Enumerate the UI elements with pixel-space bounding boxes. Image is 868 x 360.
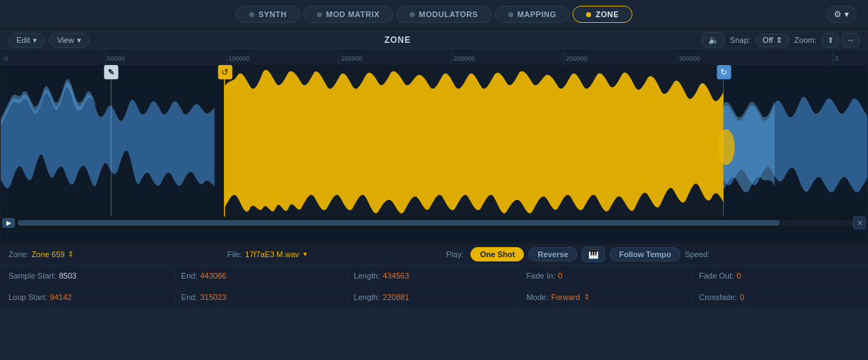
scrollbar-track[interactable]: [18, 220, 864, 226]
svg-text:✎: ✎: [108, 68, 114, 76]
ruler-mark-150k: 150000: [338, 52, 362, 65]
ruler-mark-200k: 200000: [451, 52, 475, 65]
tab-modulators[interactable]: MODULATORS: [396, 6, 492, 23]
zoom-label: Zoom:: [794, 36, 817, 44]
sample-row: Sample Start: 8503 End: 443066 Length: 4…: [0, 265, 868, 286]
tab-mod-matrix[interactable]: MOD MATRIX: [303, 6, 393, 23]
fade-in-field: Fade In: 0: [526, 271, 687, 280]
reverse-button[interactable]: Reverse: [528, 247, 577, 261]
tab-zone[interactable]: ZONE: [572, 6, 632, 23]
loop-mode-label: Mode:: [526, 293, 548, 301]
crossfade-value[interactable]: 0: [740, 293, 744, 301]
settings-button[interactable]: ⚙ ▾: [826, 6, 857, 23]
toolbar: Edit ▾ View ▾ ZONE 🔈 Snap: Off ⇕ Zoom: ⬆…: [0, 29, 868, 51]
divider-6: [692, 269, 693, 282]
loop-mode-field: Mode: Forward ⇕: [526, 293, 687, 301]
ruler-mark-250k: 250000: [564, 52, 587, 65]
follow-tempo-button[interactable]: Follow Tempo: [610, 247, 680, 261]
loop-end-field: End: 315023: [181, 293, 342, 301]
snap-label: Snap:: [730, 36, 751, 44]
speed-label: Speed:: [685, 250, 710, 259]
ruler-mark-100k: 100000: [226, 52, 250, 65]
close-button[interactable]: ✕: [853, 216, 866, 229]
divider-10: [692, 291, 693, 304]
top-nav: SYNTH MOD MATRIX MODULATORS MAPPING ZONE…: [0, 0, 868, 29]
tab-synth[interactable]: SYNTH: [236, 6, 301, 23]
sample-start-label: Sample Start:: [9, 271, 56, 280]
svg-text:↺: ↺: [221, 67, 228, 77]
zone-chevron[interactable]: ⇕: [68, 250, 74, 258]
sample-end-label: End:: [181, 271, 198, 280]
fade-out-value[interactable]: 0: [737, 271, 741, 280]
piano-icon[interactable]: 🎹: [582, 246, 605, 262]
zone-label: Zone:: [9, 250, 29, 259]
ruler-mark-300k: 300000: [677, 52, 700, 65]
ruler-marks: 0 50000 100000 150000 200000 250000 3000…: [1, 52, 867, 65]
zoom-fit-button[interactable]: ⬆: [822, 33, 839, 48]
divider-4: [348, 269, 348, 282]
divider-7: [175, 291, 176, 304]
view-label: View: [57, 36, 74, 44]
waveform-area[interactable]: ✎ ↺ ↻ ▶ ✕: [1, 65, 867, 229]
divider-3: [175, 269, 176, 282]
fade-out-label: Fade Out:: [699, 271, 734, 280]
loop-end-value[interactable]: 315023: [200, 293, 226, 301]
tab-dot-mod-matrix: [317, 12, 322, 17]
settings-chevron: ▾: [844, 9, 849, 19]
play-label: Play:: [446, 250, 463, 259]
zone-value[interactable]: Zone 659: [31, 250, 64, 259]
view-button[interactable]: View ▾: [49, 33, 89, 48]
toolbar-title: ZONE: [94, 35, 702, 45]
scrollbar-thumb[interactable]: [18, 220, 779, 226]
sample-length-label: Length:: [354, 271, 380, 280]
fade-out-field: Fade Out: 0: [699, 271, 859, 280]
tab-label-zone: ZONE: [595, 10, 619, 19]
zoom-reset-button[interactable]: ↔: [842, 33, 859, 47]
sample-start-value[interactable]: 8503: [59, 271, 76, 280]
tab-dot-zone: [586, 12, 591, 17]
tab-dot-modulators: [410, 12, 415, 17]
zoom-controls: ⬆ ↔: [822, 33, 859, 48]
view-chevron: ▾: [77, 36, 81, 45]
edit-button[interactable]: Edit ▾: [9, 33, 45, 48]
snap-value-text: Off: [762, 36, 772, 44]
crossfade-label: Crossfade:: [699, 293, 737, 301]
divider-5: [520, 269, 520, 282]
sample-start-field: Sample Start: 8503: [9, 271, 169, 280]
scrollbar[interactable]: ▶ ✕: [1, 216, 867, 229]
toolbar-right: 🔈 Snap: Off ⇕ Zoom: ⬆ ↔: [702, 32, 859, 48]
fade-in-label: Fade In:: [526, 271, 555, 280]
crossfade-field: Crossfade: 0: [699, 293, 859, 301]
play-section: Play: One Shot Reverse 🎹 Follow Tempo Sp…: [446, 244, 859, 265]
file-value[interactable]: 17f7aE3 M.wav: [245, 250, 299, 259]
edit-chevron: ▾: [33, 36, 37, 45]
file-chevron[interactable]: ▾: [303, 250, 307, 258]
fade-in-value[interactable]: 0: [558, 271, 562, 280]
ruler-mark-0: 0: [2, 52, 8, 65]
sample-end-value[interactable]: 443066: [200, 271, 226, 280]
svg-point-2: [717, 129, 735, 165]
info-panel: Zone: Zone 659 ⇕ File: 17f7aE3 M.wav ▾ P…: [0, 243, 868, 308]
loop-start-value[interactable]: 94142: [50, 293, 72, 301]
tab-label-mapping: MAPPING: [518, 10, 557, 19]
tab-dot-synth: [249, 12, 254, 17]
edit-label: Edit: [16, 36, 30, 44]
file-label: File:: [228, 250, 243, 259]
snap-selector[interactable]: Off ⇕: [756, 34, 788, 47]
loop-start-field: Loop Start: 94142: [9, 293, 169, 301]
zone-file-row: Zone: Zone 659 ⇕ File: 17f7aE3 M.wav ▾ P…: [0, 244, 868, 265]
tab-mapping[interactable]: MAPPING: [495, 6, 570, 23]
tab-label-synth: SYNTH: [258, 10, 287, 19]
loop-mode-spinner[interactable]: ⇕: [584, 293, 590, 301]
loop-row: Loop Start: 94142 End: 315023 Length: 22…: [0, 286, 868, 308]
loop-start-label: Loop Start:: [9, 293, 47, 301]
scroll-left-button[interactable]: ▶: [2, 218, 15, 228]
loop-length-value[interactable]: 220881: [383, 293, 409, 301]
loop-length-label: Length:: [354, 293, 380, 301]
loop-length-field: Length: 220881: [354, 293, 515, 301]
loop-mode-value[interactable]: Forward: [551, 293, 580, 301]
speaker-button[interactable]: 🔈: [702, 32, 725, 48]
one-shot-button[interactable]: One Shot: [470, 247, 524, 261]
sample-length-value[interactable]: 434563: [383, 271, 409, 280]
ruler-mark-3: 3: [832, 52, 838, 65]
